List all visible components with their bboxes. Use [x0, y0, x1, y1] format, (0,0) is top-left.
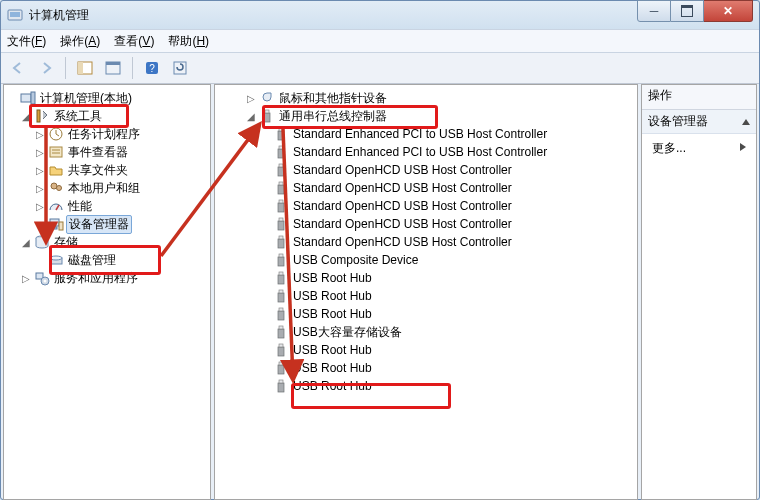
tree-root-computer-mgmt[interactable]: ▷ 计算机管理(本地) — [6, 89, 208, 107]
device-node-usb-child[interactable]: ▷USB Root Hub — [217, 305, 635, 323]
tree-services-apps[interactable]: ▷ 服务和应用程序 — [6, 269, 208, 287]
usb-icon — [273, 306, 289, 322]
menu-file[interactable]: 文件(F) — [7, 33, 46, 50]
expand-icon[interactable]: ▷ — [34, 165, 46, 176]
svg-point-17 — [57, 186, 62, 191]
expand-icon[interactable]: ▷ — [34, 183, 46, 194]
console-tree[interactable]: ▷ 计算机管理(本地) ◢ 系统工具 ▷ 任务计划程序 ▷ 事件 — [4, 85, 210, 499]
tree-device-manager[interactable]: ▷ 设备管理器 — [6, 215, 208, 233]
svg-rect-36 — [278, 185, 284, 194]
device-node-usb-child[interactable]: ▷Standard OpenHCD USB Host Controller — [217, 197, 635, 215]
device-node-usb-child[interactable]: ▷USB Root Hub — [217, 269, 635, 287]
collapse-icon — [742, 119, 750, 125]
usb-icon — [273, 216, 289, 232]
app-icon — [7, 7, 23, 23]
tree-system-tools[interactable]: ◢ 系统工具 — [6, 107, 208, 125]
svg-text:?: ? — [149, 63, 155, 74]
device-node-usb-child[interactable]: ▷Standard OpenHCD USB Host Controller — [217, 179, 635, 197]
expand-icon[interactable]: ◢ — [20, 111, 32, 122]
mouse-icon — [259, 90, 275, 106]
svg-rect-54 — [278, 347, 284, 356]
users-groups-icon — [48, 180, 64, 196]
svg-rect-51 — [279, 308, 283, 311]
device-node-usb-child[interactable]: ▷USB Root Hub — [217, 359, 635, 377]
close-button[interactable]: ✕ — [704, 0, 753, 22]
actions-header: 操作 — [642, 85, 756, 110]
storage-icon — [34, 234, 50, 250]
device-node-usb-child[interactable]: ▷USB大容量存储设备 — [217, 323, 635, 341]
svg-rect-33 — [279, 146, 283, 149]
usb-icon — [259, 108, 275, 124]
help-button[interactable]: ? — [139, 55, 165, 81]
services-apps-icon — [34, 270, 50, 286]
expand-icon[interactable]: ▷ — [245, 93, 257, 104]
show-hide-tree-button[interactable] — [72, 55, 98, 81]
menu-action[interactable]: 操作(A) — [60, 33, 100, 50]
disk-mgmt-icon — [48, 252, 64, 268]
properties-button[interactable] — [100, 55, 126, 81]
svg-rect-35 — [279, 164, 283, 167]
svg-rect-48 — [278, 293, 284, 302]
usb-icon — [273, 324, 289, 340]
device-node-usb-child[interactable]: ▷USB Root Hub — [217, 377, 635, 395]
svg-rect-38 — [278, 203, 284, 212]
device-node-usb-child[interactable]: ▷USB Composite Device — [217, 251, 635, 269]
svg-rect-19 — [50, 219, 59, 226]
svg-rect-28 — [264, 113, 270, 122]
svg-rect-43 — [279, 236, 283, 239]
device-node-usb-child[interactable]: ▷Standard OpenHCD USB Host Controller — [217, 215, 635, 233]
tree-disk-mgmt[interactable]: ▷ 磁盘管理 — [6, 251, 208, 269]
event-viewer-icon — [48, 144, 64, 160]
expand-icon[interactable]: ◢ — [20, 237, 32, 248]
device-node-usb-child[interactable]: ▷Standard OpenHCD USB Host Controller — [217, 233, 635, 251]
usb-icon — [273, 144, 289, 160]
svg-rect-42 — [278, 239, 284, 248]
svg-rect-47 — [279, 272, 283, 275]
device-node-usb-child[interactable]: ▷USB Root Hub — [217, 287, 635, 305]
window-controls: ─ ✕ — [637, 0, 753, 22]
device-manager-icon — [48, 216, 64, 232]
device-node-mice[interactable]: ▷ 鼠标和其他指针设备 — [217, 89, 635, 107]
svg-rect-40 — [278, 221, 284, 230]
tree-local-users-groups[interactable]: ▷ 本地用户和组 — [6, 179, 208, 197]
expand-icon[interactable]: ▷ — [20, 273, 32, 284]
svg-rect-10 — [31, 92, 35, 104]
device-node-usb-child[interactable]: ▷USB Root Hub — [217, 341, 635, 359]
menu-view[interactable]: 查看(V) — [114, 33, 154, 50]
menu-help[interactable]: 帮助(H) — [168, 33, 209, 50]
expand-icon[interactable]: ◢ — [245, 111, 257, 122]
svg-rect-20 — [52, 227, 57, 229]
svg-rect-56 — [278, 365, 284, 374]
tree-event-viewer[interactable]: ▷ 事件查看器 — [6, 143, 208, 161]
svg-rect-1 — [10, 12, 20, 17]
expand-icon[interactable]: ▷ — [34, 129, 46, 140]
titlebar[interactable]: 计算机管理 ─ ✕ — [1, 1, 759, 29]
refresh-button[interactable] — [167, 55, 193, 81]
usb-icon — [273, 270, 289, 286]
expand-icon[interactable]: ▷ — [34, 201, 46, 212]
back-button[interactable] — [5, 55, 31, 81]
device-node-usb-controllers[interactable]: ◢ 通用串行总线控制器 — [217, 107, 635, 125]
svg-rect-29 — [265, 110, 269, 113]
tree-task-scheduler[interactable]: ▷ 任务计划程序 — [6, 125, 208, 143]
expand-icon[interactable]: ▷ — [34, 147, 46, 158]
maximize-button[interactable] — [671, 0, 704, 22]
computer-mgmt-icon — [20, 90, 36, 106]
device-node-usb-child[interactable]: ▷Standard Enhanced PCI to USB Host Contr… — [217, 125, 635, 143]
actions-context[interactable]: 设备管理器 — [642, 110, 756, 134]
svg-rect-11 — [37, 110, 40, 122]
client-area: ▷ 计算机管理(本地) ◢ 系统工具 ▷ 任务计划程序 ▷ 事件 — [1, 84, 759, 500]
minimize-button[interactable]: ─ — [637, 0, 671, 22]
tree-storage[interactable]: ◢ 存储 — [6, 233, 208, 251]
forward-button[interactable] — [33, 55, 59, 81]
device-node-usb-child[interactable]: ▷Standard OpenHCD USB Host Controller — [217, 161, 635, 179]
svg-rect-44 — [278, 257, 284, 266]
svg-rect-5 — [106, 62, 120, 65]
tree-performance[interactable]: ▷ 性能 — [6, 197, 208, 215]
usb-icon — [273, 234, 289, 250]
actions-more[interactable]: 更多... — [642, 134, 756, 163]
device-tree[interactable]: ▷ 鼠标和其他指针设备 ◢ 通用串行总线控制器 ▷Standard Enhanc… — [215, 85, 637, 499]
device-node-usb-child[interactable]: ▷Standard Enhanced PCI to USB Host Contr… — [217, 143, 635, 161]
tree-shared-folders[interactable]: ▷ 共享文件夹 — [6, 161, 208, 179]
svg-rect-55 — [279, 344, 283, 347]
